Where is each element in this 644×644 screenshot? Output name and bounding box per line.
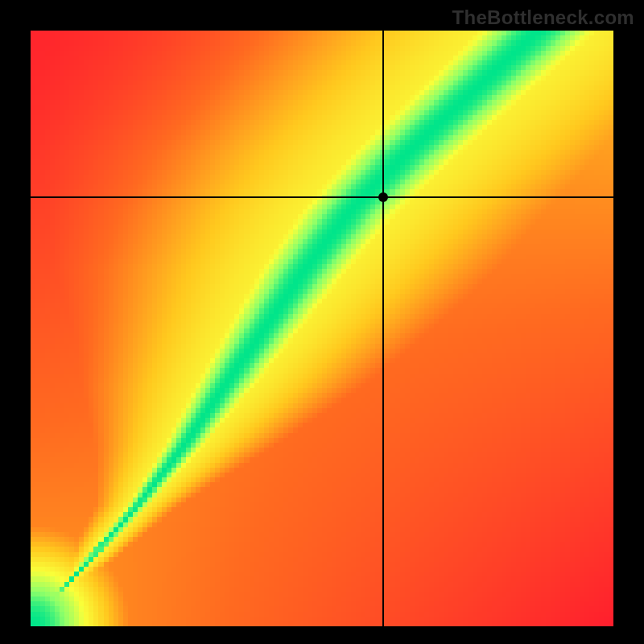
marker-dot bbox=[378, 192, 388, 202]
heatmap-canvas bbox=[31, 31, 613, 626]
heatmap-plot bbox=[31, 31, 613, 626]
watermark-text: TheBottleneck.com bbox=[452, 6, 634, 29]
crosshair-horizontal bbox=[31, 196, 613, 198]
crosshair-vertical bbox=[382, 31, 384, 626]
chart-frame: TheBottleneck.com bbox=[0, 0, 644, 644]
